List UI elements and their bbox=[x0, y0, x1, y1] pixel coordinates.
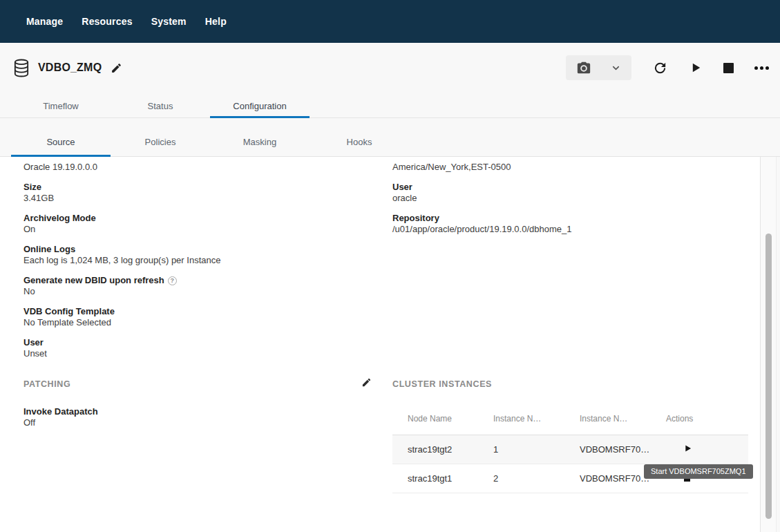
field-value: Oracle 19.19.0.0.0 bbox=[23, 162, 369, 173]
field-value: Unset bbox=[23, 348, 369, 359]
tab-hooks[interactable]: Hooks bbox=[310, 118, 409, 156]
field-label: User bbox=[392, 182, 748, 193]
start-instance-tooltip: Start VDBOMSRF705ZMQ1 bbox=[644, 464, 753, 479]
cluster-instances-table: Node Name Instance N… Instance N… Action… bbox=[392, 403, 748, 493]
primary-tabs: Timeflow Status Configuration bbox=[0, 93, 780, 118]
nav-item-help[interactable]: Help bbox=[205, 16, 227, 27]
field-value: America/New_York,EST-0500 bbox=[392, 162, 748, 173]
page: Manage Resources System Help VDBO_ZMQ bbox=[0, 0, 780, 532]
field-archivelog-mode: Archivelog Mode On bbox=[23, 213, 369, 235]
tab-label: Status bbox=[148, 101, 173, 111]
refresh-icon bbox=[652, 60, 668, 76]
field-value: No bbox=[23, 286, 369, 297]
field-label: Repository bbox=[392, 213, 748, 224]
tab-policies[interactable]: Policies bbox=[111, 118, 210, 156]
camera-icon bbox=[576, 60, 591, 75]
top-nav: Manage Resources System Help bbox=[0, 0, 780, 43]
field-value: Off bbox=[23, 417, 379, 428]
field-value: On bbox=[23, 224, 369, 235]
cluster-instances-section: CLUSTER INSTANCES Node Name Instance N… … bbox=[392, 379, 748, 493]
tab-timeflow[interactable]: Timeflow bbox=[11, 93, 111, 117]
col-header-actions: Actions bbox=[666, 414, 748, 424]
field-invoke-datapatch: Invoke Datapatch Off bbox=[23, 406, 379, 428]
cell-node-name: strac19tgt1 bbox=[392, 473, 493, 484]
field-user-left: User Unset bbox=[23, 337, 369, 359]
table-row: strac19tgt2 1 VDBOMSRF70… bbox=[392, 435, 748, 464]
edit-patching-button[interactable] bbox=[361, 377, 372, 388]
nav-item-resources[interactable]: Resources bbox=[82, 16, 132, 27]
tab-label: Timeflow bbox=[43, 101, 79, 111]
tab-status[interactable]: Status bbox=[111, 93, 210, 117]
field-value: 3.41GB bbox=[23, 193, 369, 204]
tab-label: Configuration bbox=[233, 101, 286, 111]
tab-label: Masking bbox=[243, 137, 276, 147]
snapshot-split-button[interactable] bbox=[566, 55, 631, 80]
tab-masking[interactable]: Masking bbox=[210, 118, 310, 156]
chevron-down-icon[interactable] bbox=[611, 63, 621, 73]
col-header-instance-number: Instance N… bbox=[493, 414, 580, 424]
help-icon[interactable]: ? bbox=[168, 276, 177, 285]
start-instance-button[interactable] bbox=[684, 444, 692, 453]
start-vdb-button[interactable] bbox=[689, 61, 703, 75]
refresh-button[interactable] bbox=[652, 60, 668, 76]
database-icon bbox=[14, 59, 29, 77]
field-vdb-config-template: VDB Config Template No Template Selected bbox=[23, 306, 369, 328]
cell-instance-name: VDBOMSRF70… bbox=[580, 444, 666, 455]
field-label-text: Generate new DBID upon refresh bbox=[23, 275, 164, 285]
play-icon bbox=[684, 444, 692, 453]
cluster-instances-heading: CLUSTER INSTANCES bbox=[392, 379, 748, 390]
play-icon bbox=[689, 61, 703, 75]
tab-label: Source bbox=[46, 137, 75, 147]
patching-section: PATCHING Invoke Datapatch Off bbox=[23, 379, 379, 437]
action-toolbar bbox=[566, 55, 769, 81]
field-label: User bbox=[23, 337, 369, 348]
pencil-icon bbox=[111, 62, 122, 74]
scrollbar-thumb[interactable] bbox=[765, 234, 772, 519]
more-actions-button[interactable] bbox=[754, 66, 769, 70]
field-value: oracle bbox=[392, 193, 748, 204]
ellipsis-icon bbox=[754, 66, 769, 70]
title-group: VDBO_ZMQ bbox=[14, 55, 122, 81]
field-label: Generate new DBID upon refresh? bbox=[23, 275, 369, 286]
field-value: No Template Selected bbox=[23, 317, 369, 328]
nav-item-manage[interactable]: Manage bbox=[26, 16, 63, 27]
source-fields-right: America/New_York,EST-0500 User oracle Re… bbox=[392, 157, 748, 244]
page-header: VDBO_ZMQ bbox=[0, 43, 780, 93]
field-timezone: America/New_York,EST-0500 bbox=[392, 162, 748, 173]
tab-source[interactable]: Source bbox=[11, 118, 111, 156]
tab-label: Hooks bbox=[347, 137, 372, 147]
edit-title-button[interactable] bbox=[111, 62, 122, 74]
cell-instance-number: 1 bbox=[493, 444, 580, 455]
cell-actions bbox=[666, 444, 748, 455]
field-value: Each log is 1,024 MB, 3 log group(s) per… bbox=[23, 255, 369, 266]
tab-label: Policies bbox=[145, 137, 176, 147]
patching-heading: PATCHING bbox=[23, 379, 379, 390]
field-label: Online Logs bbox=[23, 244, 369, 255]
source-fields-left: Oracle 19.19.0.0.0 Size 3.41GB Archivelo… bbox=[23, 157, 369, 368]
field-online-logs: Online Logs Each log is 1,024 MB, 3 log … bbox=[23, 244, 369, 266]
field-size: Size 3.41GB bbox=[23, 182, 369, 204]
stop-icon bbox=[723, 63, 734, 73]
field-label: Size bbox=[23, 182, 369, 193]
nav-item-system[interactable]: System bbox=[151, 16, 187, 27]
field-value: /u01/app/oracle/product/19.19.0.0/dbhome… bbox=[392, 224, 748, 235]
tab-configuration[interactable]: Configuration bbox=[210, 93, 310, 117]
secondary-tabs: Source Policies Masking Hooks bbox=[0, 118, 780, 157]
source-config-panel: Oracle 19.19.0.0.0 Size 3.41GB Archivelo… bbox=[0, 157, 760, 532]
table-header-row: Node Name Instance N… Instance N… Action… bbox=[392, 403, 748, 435]
stop-vdb-button[interactable] bbox=[723, 63, 734, 73]
col-header-node-name: Node Name bbox=[392, 414, 493, 424]
cell-node-name: strac19tgt2 bbox=[392, 444, 493, 455]
field-label: Invoke Datapatch bbox=[23, 406, 379, 417]
page-title: VDBO_ZMQ bbox=[38, 61, 102, 74]
field-generate-dbid: Generate new DBID upon refresh? No bbox=[23, 275, 369, 297]
vertical-scrollbar[interactable] bbox=[760, 157, 777, 532]
cell-instance-number: 2 bbox=[493, 473, 580, 484]
col-header-instance-name: Instance N… bbox=[580, 414, 666, 424]
pencil-icon bbox=[361, 377, 372, 388]
field-repository: Repository /u01/app/oracle/product/19.19… bbox=[392, 213, 748, 235]
field-db-version: Oracle 19.19.0.0.0 bbox=[23, 162, 369, 173]
field-user-right: User oracle bbox=[392, 182, 748, 204]
field-label: VDB Config Template bbox=[23, 306, 369, 317]
field-label: Archivelog Mode bbox=[23, 213, 369, 224]
